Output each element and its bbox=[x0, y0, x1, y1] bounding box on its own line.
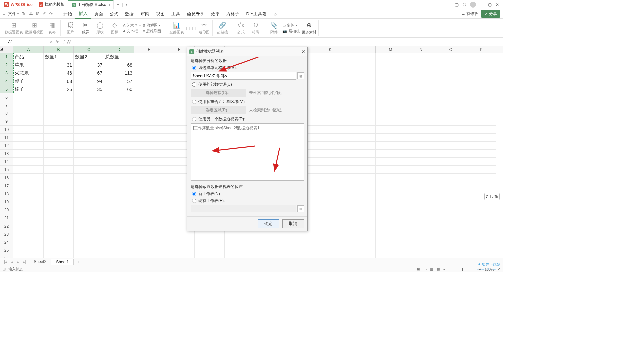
object-button[interactable]: ▭窗体▾ bbox=[282, 23, 300, 28]
cell[interactable] bbox=[376, 222, 406, 230]
maximize-icon[interactable]: ▢ bbox=[488, 2, 492, 7]
cell[interactable] bbox=[466, 77, 496, 85]
chart-icon[interactable]: ◫ bbox=[186, 26, 190, 31]
cell[interactable] bbox=[466, 150, 496, 158]
range-input[interactable] bbox=[191, 72, 296, 80]
sheet-nav-first[interactable]: |◂ bbox=[3, 260, 8, 264]
another-pivot-list[interactable]: [工作簿数量.xlsx]Sheet2!数据透视表1 bbox=[191, 123, 304, 181]
avatar[interactable] bbox=[470, 2, 476, 8]
textbox-button[interactable]: A文本框▾ bbox=[123, 29, 141, 34]
cell[interactable] bbox=[74, 158, 104, 166]
cell[interactable] bbox=[345, 158, 376, 166]
cell[interactable] bbox=[104, 150, 134, 158]
cell[interactable] bbox=[436, 109, 466, 117]
cell[interactable] bbox=[315, 190, 345, 198]
cell[interactable] bbox=[406, 142, 436, 150]
cell[interactable] bbox=[345, 142, 376, 150]
cell[interactable] bbox=[466, 126, 496, 134]
view-icon[interactable]: ▭ bbox=[423, 267, 427, 271]
cell[interactable] bbox=[376, 206, 406, 214]
cell[interactable] bbox=[376, 214, 406, 222]
camera-button[interactable]: 📷照相机 bbox=[282, 29, 300, 34]
cell[interactable] bbox=[406, 134, 436, 142]
cell[interactable] bbox=[466, 222, 496, 230]
cell[interactable] bbox=[134, 198, 164, 206]
print-icon[interactable]: 🖶 bbox=[29, 11, 33, 16]
zoom-out-icon[interactable]: − bbox=[443, 267, 445, 271]
column-header[interactable]: D bbox=[104, 46, 134, 53]
changes-button[interactable]: ☁有修改 bbox=[461, 11, 478, 17]
cell[interactable] bbox=[13, 238, 44, 246]
cell[interactable] bbox=[436, 85, 466, 93]
cell[interactable]: 31 bbox=[44, 61, 74, 69]
menu-tab-数据[interactable]: 数据 bbox=[122, 9, 137, 19]
cell[interactable] bbox=[466, 142, 496, 150]
chart-icon[interactable]: ◫ bbox=[192, 26, 196, 31]
cell[interactable] bbox=[466, 101, 496, 109]
cell[interactable] bbox=[376, 53, 406, 61]
cell[interactable] bbox=[315, 69, 345, 77]
cell[interactable] bbox=[406, 182, 436, 190]
cell[interactable] bbox=[345, 61, 376, 69]
column-header[interactable]: C bbox=[74, 46, 104, 53]
cell[interactable] bbox=[315, 198, 345, 206]
cell[interactable] bbox=[466, 93, 496, 101]
cell[interactable] bbox=[345, 85, 376, 93]
row-header[interactable]: 24 bbox=[0, 238, 13, 246]
cell[interactable] bbox=[44, 126, 74, 134]
preview-icon[interactable]: 🖹 bbox=[36, 11, 40, 16]
row-header[interactable]: 19 bbox=[0, 198, 13, 206]
cell[interactable] bbox=[436, 93, 466, 101]
cell[interactable] bbox=[376, 109, 406, 117]
cell[interactable] bbox=[345, 198, 376, 206]
tab-template[interactable]: D 找稻壳模板 bbox=[35, 0, 68, 9]
row-header[interactable]: 6 bbox=[0, 93, 13, 101]
cell[interactable] bbox=[104, 126, 134, 134]
cell[interactable] bbox=[315, 222, 345, 230]
column-header[interactable]: K bbox=[315, 46, 345, 53]
cell[interactable] bbox=[376, 93, 406, 101]
shapes-button[interactable]: ◯形状 bbox=[94, 21, 106, 35]
cell[interactable] bbox=[466, 166, 496, 174]
cell[interactable] bbox=[406, 166, 436, 174]
cell[interactable] bbox=[406, 198, 436, 206]
cell[interactable] bbox=[74, 150, 104, 158]
cell[interactable] bbox=[134, 77, 164, 85]
cell[interactable] bbox=[44, 150, 74, 158]
cell[interactable] bbox=[74, 174, 104, 182]
cell[interactable] bbox=[195, 238, 225, 246]
cell[interactable] bbox=[466, 117, 496, 126]
cell[interactable] bbox=[406, 206, 436, 214]
cell[interactable] bbox=[345, 246, 376, 254]
cell[interactable] bbox=[225, 238, 255, 246]
cell[interactable] bbox=[436, 166, 466, 174]
view-icon[interactable]: ▦ bbox=[437, 267, 440, 271]
cell[interactable] bbox=[466, 69, 496, 77]
cell[interactable] bbox=[406, 69, 436, 77]
cell[interactable] bbox=[134, 142, 164, 150]
column-header[interactable]: P bbox=[466, 46, 496, 53]
cell[interactable] bbox=[13, 214, 44, 222]
cell[interactable] bbox=[406, 238, 436, 246]
cell[interactable] bbox=[104, 166, 134, 174]
screenshot-button[interactable]: ✂截屏 bbox=[79, 21, 92, 35]
allchart-button[interactable]: 📊全部图表 bbox=[169, 21, 184, 35]
layout-icon[interactable]: ▢ bbox=[455, 2, 459, 7]
cell[interactable]: 苹果 bbox=[13, 61, 44, 69]
cell[interactable] bbox=[134, 69, 164, 77]
cell[interactable] bbox=[134, 206, 164, 214]
cell[interactable] bbox=[436, 174, 466, 182]
menu-tab-工具[interactable]: 工具 bbox=[168, 9, 183, 19]
layout-icon[interactable]: ⊞ bbox=[3, 267, 6, 271]
row-header[interactable]: 13 bbox=[0, 150, 13, 158]
cell[interactable] bbox=[315, 61, 345, 69]
cell[interactable] bbox=[255, 230, 285, 238]
cell[interactable] bbox=[345, 109, 376, 117]
cell[interactable] bbox=[376, 77, 406, 85]
radio-existing-sheet[interactable]: 现有工作表(E): bbox=[192, 198, 304, 204]
cell[interactable] bbox=[376, 101, 406, 109]
cell[interactable] bbox=[104, 198, 134, 206]
close-icon[interactable]: ✕ bbox=[496, 2, 499, 7]
cell[interactable] bbox=[74, 214, 104, 222]
cell[interactable]: 25 bbox=[44, 85, 74, 93]
